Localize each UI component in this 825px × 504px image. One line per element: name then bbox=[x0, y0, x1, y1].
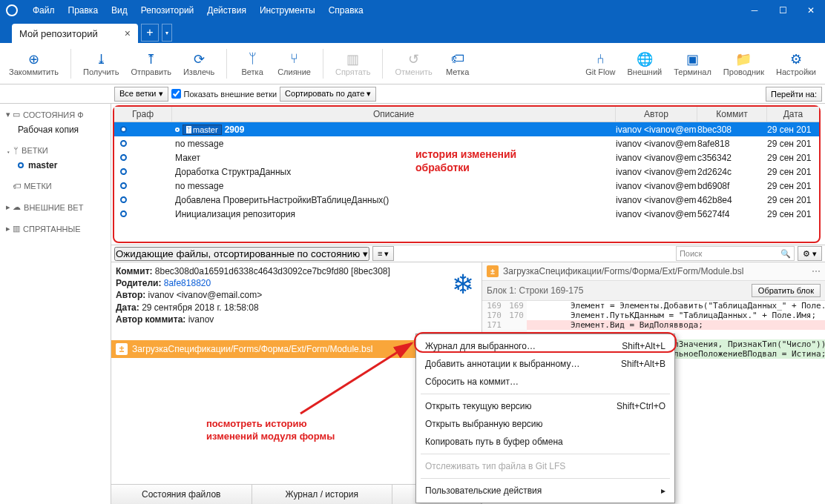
parent-link[interactable]: 8afe818820 bbox=[164, 278, 211, 288]
menu-view[interactable]: Вид bbox=[105, 2, 134, 19]
history-row[interactable]: Макетivanov <ivanov@emc35634229 сен 201 bbox=[114, 150, 819, 165]
sidebar: ▾ ▭ СОСТОЯНИЯ Ф Рабочая копия ▾ ᛘ ВЕТКИ … bbox=[0, 104, 111, 504]
repo-tab[interactable]: Мой репозиторий × bbox=[12, 24, 138, 43]
col-desc: Описание bbox=[172, 107, 616, 122]
search-input[interactable]: Поиск🔍 bbox=[676, 246, 795, 261]
history-row[interactable]: no messageivanov <ivanov@embd6908f29 сен… bbox=[114, 179, 819, 193]
terminal-button[interactable]: ▣Терминал bbox=[668, 48, 717, 79]
maximize-button[interactable]: ☐ bbox=[769, 0, 797, 21]
commit-meta: ❄ Коммит: 8bec308d0a16591d6338c4643d3092… bbox=[111, 262, 481, 328]
col-commit: Коммит bbox=[697, 107, 767, 122]
gear-icon: ⚙ bbox=[790, 51, 802, 67]
pending-bar: Ожидающие файлы, отсортированные по сост… bbox=[111, 245, 825, 262]
col-date: Дата bbox=[767, 107, 819, 122]
remote-button[interactable]: 🌐Внешний bbox=[621, 48, 668, 79]
history-row[interactable]: Инициализация репозиторияivanov <ivanov@… bbox=[114, 207, 819, 221]
repo-tab-label: Мой репозиторий bbox=[19, 28, 98, 39]
discard-icon: ↺ bbox=[408, 51, 419, 67]
fetch-button[interactable]: ⟳Извлечь bbox=[177, 48, 220, 79]
sidebar-section-state[interactable]: ▾ ▭ СОСТОЯНИЯ Ф bbox=[0, 107, 111, 122]
tag-button[interactable]: 🏷Метка bbox=[438, 48, 477, 79]
separator bbox=[421, 478, 670, 479]
minimize-button[interactable]: ─ bbox=[740, 0, 769, 21]
history-panel: Граф Описание Автор Коммит Дата ᛘmaster … bbox=[113, 105, 821, 243]
discard-button[interactable]: ↺Отменить bbox=[389, 48, 438, 79]
snowflake-icon: ❄ bbox=[452, 267, 474, 303]
sort-filter[interactable]: Сортировать по дате ▾ bbox=[280, 87, 376, 102]
commit-button[interactable]: ⊕Закоммитить bbox=[3, 48, 65, 79]
filter-bar: Все ветки ▾ Показать внешние ветки Сорти… bbox=[0, 84, 825, 104]
folder-icon: 📁 bbox=[735, 51, 752, 67]
stash-icon: ▥ bbox=[346, 51, 359, 67]
globe-icon: 🌐 bbox=[637, 51, 653, 67]
gear-dropdown[interactable]: ⚙ ▾ bbox=[798, 246, 822, 261]
settings-button[interactable]: ⚙Настройки bbox=[770, 48, 822, 79]
menu-help[interactable]: Справка bbox=[323, 2, 369, 19]
ctx-log-selected[interactable]: Журнал для выбранного…Shift+Alt+L bbox=[416, 337, 674, 355]
main-area: ▾ ▭ СОСТОЯНИЯ Ф Рабочая копия ▾ ᛘ ВЕТКИ … bbox=[0, 104, 825, 504]
modified-file-icon: ± bbox=[487, 265, 499, 277]
sidebar-working-copy[interactable]: Рабочая копия bbox=[0, 122, 111, 137]
pending-filter[interactable]: Ожидающие файлы, отсортированные по сост… bbox=[114, 247, 369, 261]
ctx-custom-actions[interactable]: Пользовательские действия▸ bbox=[416, 482, 674, 500]
titlebar: Файл Правка Вид Репозиторий Действия Инс… bbox=[0, 0, 825, 21]
tab-log[interactable]: Журнал / история bbox=[252, 485, 393, 504]
history-header: Граф Описание Автор Коммит Дата bbox=[114, 107, 819, 122]
close-button[interactable]: ✕ bbox=[797, 0, 825, 21]
diff-file-path: ЗагрузкаСпецификации/Forms/Форма/Ext/For… bbox=[503, 266, 807, 276]
menu-repo[interactable]: Репозиторий bbox=[135, 2, 200, 19]
push-icon: ⤒ bbox=[145, 51, 157, 67]
separator bbox=[421, 394, 670, 394]
sidebar-section-branches[interactable]: ▾ ᛘ ВЕТКИ bbox=[0, 143, 111, 158]
branch-icon: ᛘ bbox=[249, 51, 257, 67]
hunk-header: Блок 1: Строки 169-175 Обратить блок bbox=[482, 281, 825, 301]
sidebar-branch-master[interactable]: master bbox=[0, 158, 111, 173]
history-row[interactable]: no messageivanov <ivanov@em8afe81829 сен… bbox=[114, 136, 819, 150]
commit-icon: ⊕ bbox=[28, 51, 39, 67]
modified-file-icon: ± bbox=[116, 343, 128, 355]
ctx-open-current[interactable]: Открыть текущую версиюShift+Ctrl+O bbox=[416, 397, 674, 415]
toolbar: ⊕Закоммитить ⤓Получить ⤒Отправить ⟳Извле… bbox=[0, 43, 825, 84]
gitflow-button[interactable]: ⑃Git Flow bbox=[579, 48, 621, 79]
show-remote-checkbox[interactable]: Показать внешние ветки bbox=[171, 89, 277, 99]
window-controls: ─ ☐ ✕ bbox=[740, 0, 825, 21]
stash-button[interactable]: ▥Спрятать bbox=[329, 48, 376, 79]
branches-filter[interactable]: Все ветки ▾ bbox=[114, 87, 168, 102]
ctx-annotate[interactable]: Добавить аннотации к выбранному…Shift+Al… bbox=[416, 355, 674, 373]
sidebar-section-stashes[interactable]: ▸ ▥ СПРЯТАННЫЕ bbox=[0, 221, 111, 236]
col-author: Автор bbox=[616, 107, 697, 122]
search-icon: 🔍 bbox=[780, 249, 791, 259]
ctx-open-selected[interactable]: Открыть выбранную версию bbox=[416, 415, 674, 433]
explorer-button[interactable]: 📁Проводник bbox=[717, 48, 770, 79]
view-mode-button[interactable]: ≡ ▾ bbox=[372, 246, 394, 261]
app-logo-icon bbox=[6, 4, 18, 16]
branch-button[interactable]: ᛘВетка bbox=[233, 48, 272, 79]
ctx-copy-path[interactable]: Копировать путь в буфер обмена bbox=[416, 433, 674, 451]
context-menu: Журнал для выбранного…Shift+Alt+L Добави… bbox=[415, 334, 675, 503]
ctx-reset[interactable]: Сбросить на коммит… bbox=[416, 373, 674, 391]
gitflow-icon: ⑃ bbox=[596, 51, 605, 67]
diff-file-header: ± ЗагрузкаСпецификации/Forms/Форма/Ext/F… bbox=[482, 262, 825, 281]
menu-file[interactable]: Файл bbox=[27, 2, 61, 19]
history-row[interactable]: ᛘmaster 2909ivanov <ivanov@em8bec30829 с… bbox=[114, 122, 819, 136]
add-tab-button[interactable]: + bbox=[141, 24, 159, 42]
merge-button[interactable]: ⑂Слияние bbox=[272, 48, 317, 79]
history-row[interactable]: Доработка СтруктраДанныхivanov <ivanov@e… bbox=[114, 165, 819, 179]
pull-button[interactable]: ⤓Получить bbox=[77, 48, 125, 79]
close-tab-icon[interactable]: × bbox=[125, 27, 131, 39]
push-button[interactable]: ⤒Отправить bbox=[125, 48, 177, 79]
tab-dropdown-button[interactable]: ▾ bbox=[162, 24, 172, 42]
sidebar-section-tags[interactable]: 🏷 МЕТКИ bbox=[0, 179, 111, 193]
tab-file-status[interactable]: Состояния файлов bbox=[111, 485, 252, 504]
history-row[interactable]: Добавлена ПроверитьНастройкиВТаблицеДанн… bbox=[114, 193, 819, 207]
tag-icon: 🏷 bbox=[451, 51, 464, 67]
revert-hunk-button[interactable]: Обратить блок bbox=[752, 284, 821, 297]
menu-actions[interactable]: Действия bbox=[201, 2, 252, 19]
terminal-icon: ▣ bbox=[686, 51, 699, 67]
sidebar-section-remotes[interactable]: ▸ ☁ ВНЕШНИЕ ВЕТ bbox=[0, 199, 111, 215]
merge-icon: ⑂ bbox=[290, 51, 298, 67]
menu-edit[interactable]: Правка bbox=[62, 2, 105, 19]
menu-tools[interactable]: Инструменты bbox=[254, 2, 321, 19]
file-menu-icon[interactable]: ⋯ bbox=[812, 266, 821, 276]
jump-to-button[interactable]: Перейти на: bbox=[766, 87, 822, 102]
